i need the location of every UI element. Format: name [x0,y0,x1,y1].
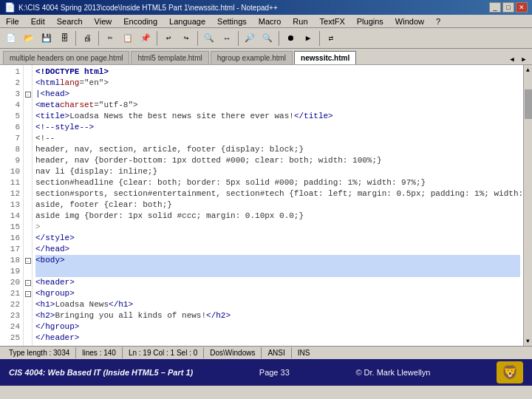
tab-scroll-right[interactable]: ▶ [519,54,529,64]
maximize-button[interactable]: □ [502,2,514,13]
code-line-7[interactable]: <!-- [35,133,520,144]
menu-help[interactable]: ? [433,17,443,26]
menu-settings[interactable]: Settings [214,17,250,26]
new-button[interactable]: 📄 [3,30,19,47]
code-line-25[interactable]: </header> [35,332,520,344]
window-title: K:\CIS 4004 Spring 2013\code\Inside HTML… [18,4,278,12]
footer-author-text: © Dr. Mark Llewellyn [355,368,430,377]
code-line-20[interactable]: <header> [35,277,520,288]
zoom-out-button[interactable]: 🔍 [259,30,276,47]
code-line-9[interactable]: header, nav {border-bottom: 1px dotted #… [35,155,520,166]
code-editor[interactable]: <!DOCTYPE html><html lang="en">|<head> <… [33,65,523,346]
tab-0-label: multiple headers on one page.html [10,54,123,62]
footer-logo-char: 🦁 [502,364,518,381]
code-line-3[interactable]: |<head> [35,89,520,100]
save-all-button[interactable]: 🗄 [56,30,72,47]
menu-textfx[interactable]: TextFX [317,17,348,26]
toolbar-separator-3 [157,31,157,46]
sync-button[interactable]: ⇄ [323,30,339,47]
print-button[interactable]: 🖨 [79,30,95,47]
close-button[interactable]: ✕ [516,2,528,13]
open-button[interactable]: 📂 [21,30,37,47]
tab-2[interactable]: hgroup example.html [211,51,293,64]
code-line-26[interactable] [35,344,520,346]
replace-button[interactable]: ↔ [219,30,235,47]
code-line-4[interactable]: <meta charset="utf-8"> [35,100,520,111]
menu-search[interactable]: Search [54,17,86,26]
title-bar: 📄 K:\CIS 4004 Spring 2013\code\Inside HT… [0,0,532,15]
menu-encoding[interactable]: Encoding [120,17,160,26]
toolbar-separator-4 [197,31,198,46]
menu-view[interactable]: View [92,17,115,26]
app-icon: 📄 [4,2,16,13]
footer-logo: 🦁 [497,361,523,383]
code-line-18[interactable]: <body> [35,255,520,266]
cut-button[interactable]: ✂ [102,30,118,47]
status-lines: lines : 140 [76,347,123,358]
code-line-6[interactable]: <!--style--> [35,122,520,133]
code-line-15[interactable]: > [35,222,520,233]
paste-button[interactable]: 📌 [137,30,154,47]
footer: CIS 4004: Web Based IT (Inside HTML5 – P… [0,359,532,386]
code-line-8[interactable]: header, nav, section, article, footer {d… [35,144,520,155]
toolbar-separator-1 [75,31,76,46]
scroll-down[interactable]: ▼ [525,336,531,346]
menu-bar: File Edit Search View Encoding Language … [0,15,532,28]
code-line-12[interactable]: section#sports, section#entertainment, s… [35,188,520,200]
tab-scroll-left[interactable]: ◀ [507,54,517,64]
redo-button[interactable]: ↪ [178,30,194,47]
toolbar-separator-7 [319,31,320,46]
scrollbar[interactable]: ▲ ▼ [523,65,532,346]
status-ins: INS [292,347,316,358]
code-line-5[interactable]: <title>Loadsa News the best news site th… [35,111,520,122]
footer-course-text: CIS 4004: Web Based IT (Inside HTML5 – P… [9,368,193,377]
editor-area[interactable]: 1234567891011121314151617181920212223242… [0,65,532,346]
toolbar-separator-5 [238,31,239,46]
zoom-in-button[interactable]: 🔎 [242,30,258,47]
code-line-1[interactable]: <!DOCTYPE html> [35,66,520,78]
code-line-13[interactable]: aside, footer {clear: both;} [35,200,520,211]
menu-macro[interactable]: Macro [256,17,284,26]
status-bar: Type length : 3034 lines : 140 Ln : 19 C… [0,346,532,359]
tab-3[interactable]: newssitc.html [294,51,356,64]
code-line-17[interactable]: </head> [35,244,520,255]
toolbar-separator-6 [279,31,279,46]
copy-button[interactable]: 📋 [120,30,136,47]
menu-plugins[interactable]: Plugins [354,17,386,26]
line-numbers: 1234567891011121314151617181920212223242… [0,65,24,346]
toolbar-separator-2 [98,31,99,46]
save-button[interactable]: 💾 [38,30,55,47]
tab-0[interactable]: multiple headers on one page.html [3,51,129,64]
status-type: Type length : 3034 [3,347,76,358]
macro-record-button[interactable]: ⏺ [282,30,299,47]
title-bar-controls[interactable]: _ □ ✕ [489,2,528,13]
code-line-10[interactable]: nav li {display: inline;} [35,166,520,177]
find-button[interactable]: 🔍 [201,30,217,47]
code-line-14[interactable]: aside img {border: 1px solid #ccc; margi… [35,211,520,222]
undo-button[interactable]: ↩ [160,30,177,47]
code-line-23[interactable]: <h2>Bringing you all kinds of news!</h2> [35,310,520,321]
code-line-22[interactable]: <h1>Loadsa News</h1> [35,299,520,310]
tab-2-label: hgroup example.html [217,54,286,62]
tab-1[interactable]: html5 template.html [131,51,208,64]
menu-language[interactable]: Language [166,17,208,26]
code-line-11[interactable]: section#headline {clear: both; border: 5… [35,177,520,188]
status-position: Ln : 19 Col : 1 Sel : 0 [123,347,204,358]
minimize-button[interactable]: _ [489,2,501,13]
macro-play-button[interactable]: ▶ [300,30,316,47]
menu-run[interactable]: Run [290,17,310,26]
code-line-2[interactable]: <html lang="en"> [35,78,520,89]
menu-window[interactable]: Window [392,17,427,26]
scroll-thumb[interactable] [525,89,532,119]
fold-column: ---- [24,65,33,346]
tab-3-label: newssitc.html [301,54,349,62]
menu-file[interactable]: File [3,17,22,26]
tabs-bar: multiple headers on one page.html html5 … [0,49,532,65]
code-line-16[interactable]: </style> [35,233,520,244]
scroll-up[interactable]: ▲ [525,65,531,75]
code-line-24[interactable]: </hgroup> [35,321,520,332]
code-line-21[interactable]: <hgroup> [35,288,520,299]
title-bar-left: 📄 K:\CIS 4004 Spring 2013\code\Inside HT… [4,2,278,13]
menu-edit[interactable]: Edit [28,17,48,26]
code-line-19[interactable] [35,266,520,277]
